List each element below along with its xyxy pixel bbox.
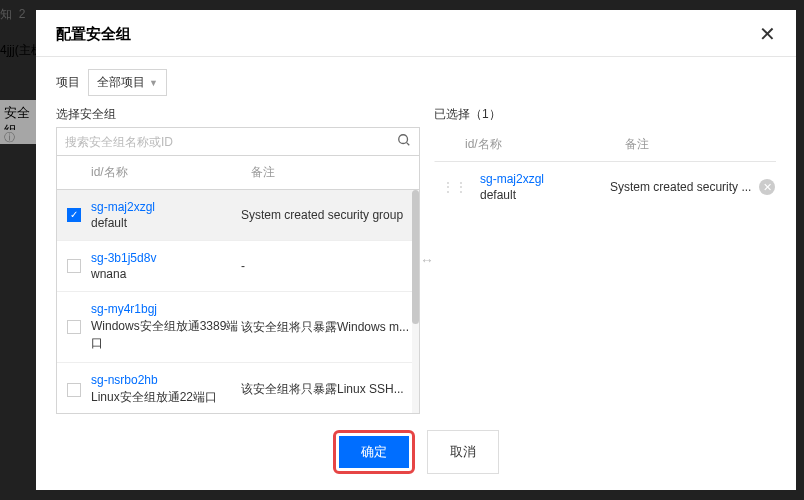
swap-arrow-icon: ↔ [420,252,434,268]
sg-label: wnana [91,267,241,281]
sg-label: Windows安全组放通3389端口 [91,318,241,352]
selected-list-body: ⋮⋮ sg-maj2xzgl default System created se… [434,162,776,414]
project-select[interactable]: 全部项目 ▼ [88,69,167,96]
modal-header: 配置安全组 ✕ [36,10,796,57]
list-item[interactable]: sg-my4r1bgj Windows安全组放通3389端口 该安全组将只暴露W… [57,292,419,363]
modal-body: 项目 全部项目 ▼ 选择安全组 id/名称 备注 [36,57,796,418]
sg-remark: 该安全组将只暴露Windows m... [241,319,409,336]
confirm-highlight: 确定 [333,430,415,474]
checkbox[interactable] [67,259,81,273]
sg-label: default [91,216,241,230]
transfer-container: 选择安全组 id/名称 备注 ✓ sg-maj2xzgl [56,106,776,414]
search-icon[interactable] [397,133,411,150]
checkbox[interactable] [67,320,81,334]
col-header-remark: 备注 [625,136,772,153]
checkbox[interactable]: ✓ [67,208,81,222]
cancel-button[interactable]: 取消 [427,430,499,474]
caret-down-icon: ▼ [149,78,158,88]
sg-id-link[interactable]: sg-maj2xzgl [91,200,241,214]
selected-list-header: id/名称 备注 [434,127,776,162]
col-header-name: id/名称 [465,136,625,153]
sg-id-link[interactable]: sg-nsrbo2hb [91,373,241,387]
available-panel-title: 选择安全组 [56,106,420,123]
list-item[interactable]: sg-nsrbo2hb Linux安全组放通22端口 该安全组将只暴露Linux… [57,363,419,414]
sg-id-link[interactable]: sg-my4r1bgj [91,302,241,316]
project-select-value: 全部项目 [97,74,145,91]
drag-handle-icon[interactable]: ⋮⋮ [442,180,468,194]
sg-label: Linux安全组放通22端口 [91,389,241,406]
project-label: 项目 [56,74,80,91]
remove-button[interactable]: ✕ [759,179,775,195]
available-panel: 选择安全组 id/名称 备注 ✓ sg-maj2xzgl [56,106,420,414]
modal-title: 配置安全组 [56,25,131,44]
sg-remark: - [241,259,409,273]
project-selector-row: 项目 全部项目 ▼ [56,69,776,96]
sg-remark: System created security ... [610,180,759,194]
search-box [56,127,420,156]
transfer-divider: ↔ [420,106,434,414]
sg-id-link[interactable]: sg-3b1j5d8v [91,251,241,265]
close-button[interactable]: ✕ [759,24,776,44]
available-list-header: id/名称 备注 [56,156,420,190]
list-item[interactable]: sg-3b1j5d8v wnana - [57,241,419,292]
sg-remark: 该安全组将只暴露Linux SSH... [241,381,409,398]
svg-line-1 [407,143,410,146]
checkbox[interactable] [67,383,81,397]
sg-id-link[interactable]: sg-maj2xzgl [480,172,610,186]
sg-label: default [480,188,610,202]
svg-point-0 [399,135,408,144]
available-list-body: ✓ sg-maj2xzgl default System created sec… [56,190,420,414]
selected-panel-title: 已选择（1） [434,106,776,123]
configure-security-group-modal: 配置安全组 ✕ 项目 全部项目 ▼ 选择安全组 id/名称 [36,10,796,490]
col-header-name: id/名称 [91,164,251,181]
sg-remark: System created security group [241,208,409,222]
remove-icon: ✕ [763,181,772,194]
close-icon: ✕ [759,23,776,45]
modal-footer: 确定 取消 [36,418,796,490]
search-input[interactable] [65,135,397,149]
col-header-remark: 备注 [251,164,409,181]
selected-item: ⋮⋮ sg-maj2xzgl default System created se… [434,162,776,213]
selected-panel: 已选择（1） id/名称 备注 ⋮⋮ sg-maj2xzgl default S… [434,106,776,414]
list-item[interactable]: ✓ sg-maj2xzgl default System created sec… [57,190,419,241]
scrollbar[interactable] [412,190,419,413]
confirm-button[interactable]: 确定 [339,436,409,468]
